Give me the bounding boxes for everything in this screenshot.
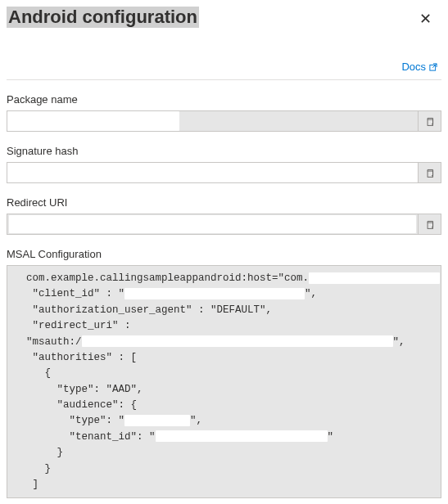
redacted-audience-type xyxy=(124,415,190,426)
copy-icon xyxy=(424,116,435,127)
code-line: "msauth:/ xyxy=(14,336,82,348)
code-line: { xyxy=(14,367,51,379)
code-line: "authorities" : [ xyxy=(14,352,137,363)
code-line: "audience": { xyxy=(14,399,137,411)
code-line: } xyxy=(14,463,51,475)
external-link-icon xyxy=(428,62,438,72)
msal-config-section: MSAL Configuration com.example.callingsa… xyxy=(0,235,448,504)
msal-config-code[interactable]: com.example.callingsampleappandroid:host… xyxy=(7,265,441,498)
redirect-uri-section: Redirect URI xyxy=(0,183,448,235)
package-name-label: Package name xyxy=(7,93,441,106)
copy-redirect-uri-button[interactable] xyxy=(418,214,441,234)
signature-hash-input[interactable] xyxy=(7,163,418,182)
package-name-section: Package name xyxy=(0,80,448,132)
code-line: "type": " xyxy=(14,415,124,426)
svg-rect-1 xyxy=(428,119,433,125)
redacted-host xyxy=(309,272,440,284)
code-line: ] xyxy=(14,479,38,490)
code-line: } xyxy=(14,447,63,458)
copy-icon xyxy=(424,168,435,178)
svg-rect-3 xyxy=(428,223,433,228)
msal-config-label: MSAL Configuration xyxy=(7,248,441,260)
code-line: "client_id" : " xyxy=(14,288,124,299)
svg-rect-2 xyxy=(428,171,433,177)
code-line: "authorization_user_agent" : "DEFAULT", xyxy=(14,304,272,316)
code-line: ", xyxy=(393,336,405,348)
package-name-value-redacted xyxy=(7,111,179,131)
redirect-uri-label: Redirect URI xyxy=(7,196,441,209)
code-line: "type": "AAD", xyxy=(14,384,143,395)
close-button[interactable]: ✕ xyxy=(413,7,438,31)
code-line: "{ xyxy=(440,272,441,284)
code-line: ", xyxy=(305,288,317,299)
signature-hash-section: Signature hash xyxy=(0,132,448,183)
copy-icon xyxy=(424,219,435,230)
code-line: ", xyxy=(190,415,202,426)
redirect-uri-field-row xyxy=(7,214,441,235)
signature-hash-field-row xyxy=(7,162,441,183)
package-name-field-row xyxy=(7,110,441,132)
code-line: com.example.callingsampleappandroid:host… xyxy=(14,272,309,284)
close-icon: ✕ xyxy=(419,11,432,27)
redirect-uri-value-redacted xyxy=(9,215,416,233)
redacted-client-id xyxy=(124,288,305,299)
redacted-redirect-uri xyxy=(82,335,393,347)
code-line: " xyxy=(328,431,334,443)
signature-hash-label: Signature hash xyxy=(7,145,441,157)
code-line: "redirect_uri" : xyxy=(14,320,131,331)
code-line: "tenant_id": " xyxy=(14,431,156,443)
copy-package-name-button[interactable] xyxy=(418,111,441,131)
docs-link-label: Docs xyxy=(401,61,426,73)
redacted-tenant-id xyxy=(156,430,328,442)
package-name-input[interactable] xyxy=(179,111,418,131)
copy-signature-hash-button[interactable] xyxy=(418,163,441,182)
page-title: Android configuration xyxy=(7,7,199,28)
docs-link[interactable]: Docs xyxy=(401,61,438,73)
